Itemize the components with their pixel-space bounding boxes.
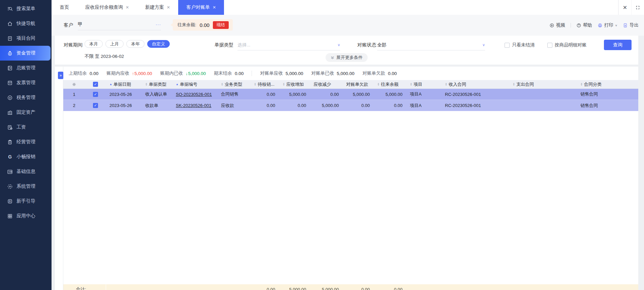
summary-value: 0.00 bbox=[90, 71, 98, 76]
ledger-icon bbox=[7, 65, 13, 71]
doc-no-link[interactable]: SQ-20230526-001 bbox=[176, 92, 212, 97]
help-button[interactable]: 帮助 bbox=[576, 22, 592, 28]
header-balance[interactable]: ▲▼ 往来余额 bbox=[374, 80, 407, 88]
sidebar-item-quick-nav[interactable]: 快捷导航 bbox=[0, 16, 52, 31]
status-select[interactable]: 全部 ∨ bbox=[377, 40, 485, 50]
toolbar-actions: 视频 帮助 打印 ∨ 导出 bbox=[549, 15, 639, 36]
header-label: 单据日期 bbox=[114, 81, 131, 87]
customer-input[interactable]: 甲 ··· bbox=[78, 19, 161, 30]
sidebar-item-project-contract[interactable]: 项目合同 bbox=[0, 31, 52, 46]
sidebar-item-label: 基础信息 bbox=[17, 169, 35, 175]
checkbox-only-unsettled[interactable]: 只看未结清 bbox=[505, 42, 535, 48]
sidebar-item-tax-management[interactable]: 税务管理 bbox=[0, 90, 52, 105]
period-this-year[interactable]: 本年 bbox=[126, 40, 144, 48]
tab-new-plan[interactable]: 新建方案 ✕ bbox=[137, 0, 178, 15]
print-button[interactable]: 打印 ∨ bbox=[598, 22, 617, 28]
header-doc-type[interactable]: ▲▼ 单据类型 bbox=[142, 80, 172, 88]
spacer bbox=[142, 284, 172, 290]
header-contract-category[interactable]: ▲▼ 合同分类 bbox=[577, 80, 638, 88]
select-all-checkbox[interactable]: ✓ bbox=[93, 82, 98, 87]
close-icon: ✕ bbox=[623, 4, 627, 11]
cell-expense-contract bbox=[509, 89, 577, 100]
header-pending[interactable]: ▲▼ 待核销... bbox=[251, 80, 279, 88]
sidebar-item-funds-management[interactable]: 资金管理 bbox=[0, 46, 51, 61]
expand-panel-handle[interactable]: » bbox=[58, 72, 63, 79]
settle-button[interactable]: 现结 bbox=[213, 21, 229, 29]
sidebar: 搜索菜单 快捷导航 项目合同 资金管理 总账管理 发票管理 税务管理 固定资产 … bbox=[0, 0, 52, 290]
sidebar-item-label: 小畅报销 bbox=[17, 154, 35, 160]
header-statement-debt[interactable]: 对账单欠款 bbox=[343, 80, 374, 88]
header-biz-type[interactable]: ▲▼ 业务类型 bbox=[218, 80, 251, 88]
summary-statement-receivable: 对账单应收 5,000.00 bbox=[260, 70, 303, 76]
tab-label: 新建方案 bbox=[145, 4, 164, 10]
tab-home[interactable]: 首页 bbox=[52, 0, 77, 15]
period-this-month[interactable]: 本月 bbox=[85, 40, 103, 48]
sidebar-item-invoice-management[interactable]: 发票管理 bbox=[0, 75, 52, 90]
row-checkbox[interactable]: ✓ bbox=[93, 92, 98, 97]
query-button[interactable]: 查询 bbox=[604, 40, 632, 50]
video-button[interactable]: 视频 bbox=[549, 22, 565, 28]
checkbox-by-item-detail[interactable]: 按商品明细对账 bbox=[547, 42, 587, 48]
sidebar-item-general-ledger[interactable]: 总账管理 bbox=[0, 61, 52, 75]
header-project[interactable]: ▲▼ 项目 bbox=[407, 80, 442, 88]
cell-income-contract: RC-20230526-001 bbox=[442, 100, 509, 111]
doc-no-link[interactable]: SK-20230526-001 bbox=[176, 103, 212, 108]
sidebar-item-newbie-guide[interactable]: 新 新手引导 bbox=[0, 194, 52, 209]
tab-balance-query[interactable]: 应收应付余额查询 ✕ bbox=[77, 0, 137, 15]
tab-close-icon[interactable]: ✕ bbox=[213, 5, 216, 10]
summary-value: 5,000.00 bbox=[188, 71, 206, 76]
column-settings-button[interactable] bbox=[63, 80, 85, 88]
spacer bbox=[407, 284, 442, 290]
sidebar-item-app-center[interactable]: 应用中心 bbox=[0, 209, 52, 223]
period-options: 本月 上月 本年 自定义 bbox=[85, 40, 170, 48]
tab-bar: 首页 应收应付余额查询 ✕ 新建方案 ✕ 客户对账单 ✕ ✕ bbox=[52, 0, 644, 15]
header-income-contract[interactable]: ▲▼ 收入合同 bbox=[442, 80, 509, 88]
sidebar-item-basic-info[interactable]: 基础信息 bbox=[0, 164, 52, 179]
doc-type-placeholder: 选择... bbox=[237, 42, 250, 48]
checkbox-icon[interactable] bbox=[505, 43, 510, 48]
close-window-button[interactable]: ✕ bbox=[618, 0, 631, 15]
summary-label: 对账单欠款 bbox=[362, 70, 385, 76]
header-label: 业务类型 bbox=[225, 81, 242, 87]
sidebar-item-system-management[interactable]: 系统管理 bbox=[0, 179, 52, 194]
table-row[interactable]: 1 ✓ 2023-05-26 收入确认单 SQ-20230526-001 合同销… bbox=[63, 89, 638, 100]
header-doc-date[interactable]: ▲ 单据日期 bbox=[106, 80, 142, 88]
expand-more-button[interactable]: 展开更多条件 bbox=[326, 53, 368, 62]
summary-value: 0.00 bbox=[235, 71, 244, 76]
cell-statement-debt: 5,000.00 bbox=[343, 89, 374, 100]
more-ellipsis-icon[interactable]: ··· bbox=[156, 22, 161, 27]
customer-value: 甲 bbox=[78, 22, 83, 28]
summary-value: 0.00 bbox=[388, 71, 397, 76]
checkbox-label: 只看未结清 bbox=[512, 42, 535, 48]
period-custom[interactable]: 自定义 bbox=[147, 40, 170, 48]
footer-ar-decrease: 5,000.00 bbox=[310, 284, 343, 290]
period-label: 对账期间 bbox=[64, 42, 83, 48]
tab-customer-statement[interactable]: 客户对账单 ✕ bbox=[178, 0, 224, 15]
doc-type-select[interactable]: 选择... ∨ bbox=[237, 40, 340, 50]
sidebar-item-salary[interactable]: 工资 bbox=[0, 120, 52, 135]
checkbox-icon[interactable] bbox=[547, 43, 552, 48]
footer-pending: 0.00 bbox=[251, 284, 279, 290]
tab-close-icon[interactable]: ✕ bbox=[167, 5, 170, 10]
period-last-month[interactable]: 上月 bbox=[105, 40, 124, 48]
cell-contract-category: 销售合同 bbox=[577, 89, 638, 100]
chevron-down-icon: ∨ bbox=[615, 24, 617, 27]
sidebar-item-xiaochang-expense[interactable]: G 小畅报销 bbox=[0, 149, 52, 164]
sidebar-item-search-menu[interactable]: 搜索菜单 bbox=[0, 1, 52, 16]
fullscreen-button[interactable] bbox=[631, 0, 644, 15]
tab-close-icon[interactable]: ✕ bbox=[126, 5, 129, 10]
sidebar-item-label: 搜索菜单 bbox=[17, 6, 35, 12]
header-ar-increase[interactable]: ▲▼ 应收增加 bbox=[279, 80, 310, 88]
sidebar-item-fixed-assets[interactable]: 固定资产 bbox=[0, 105, 52, 120]
row-checkbox[interactable]: ✓ bbox=[93, 103, 98, 108]
sort-icons: ▲▼ bbox=[221, 83, 223, 86]
header-ar-decrease[interactable]: 应收减少 bbox=[310, 80, 343, 88]
header-expense-contract[interactable]: ▲▼ 支出合同 bbox=[509, 80, 577, 88]
period-range-value[interactable]: 不限 至 2023-06-02 bbox=[85, 53, 124, 60]
sidebar-item-business-management[interactable]: 经营管理 bbox=[0, 135, 52, 149]
sidebar-item-label: 系统管理 bbox=[17, 183, 35, 189]
table-row[interactable]: 2 ✓ 2023-05-26 收款单 SK-20230526-001 应收款 0… bbox=[63, 100, 638, 111]
header-doc-no[interactable]: ▲ 单据编号 bbox=[172, 80, 218, 88]
export-button[interactable]: 导出 bbox=[623, 22, 639, 28]
cell-doc-type: 收款单 bbox=[142, 100, 172, 111]
